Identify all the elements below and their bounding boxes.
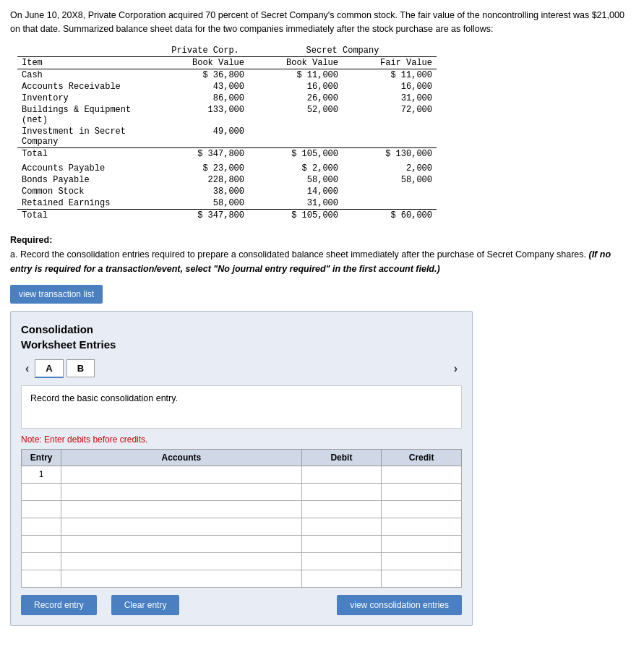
credit-input[interactable] — [386, 504, 457, 514]
prev-tab-arrow[interactable]: ‹ — [21, 361, 33, 377]
account-input[interactable] — [66, 504, 296, 514]
credit-input[interactable] — [386, 573, 457, 583]
fv-secret-val — [343, 126, 437, 148]
bv-private-val: 38,000 — [162, 186, 249, 197]
entry-number: 1 — [22, 466, 61, 483]
account-input[interactable] — [66, 521, 296, 531]
table-item: Accounts Payable — [17, 163, 162, 174]
table-item: Inventory — [17, 93, 162, 104]
debit-input-cell[interactable] — [301, 483, 382, 500]
account-input-cell[interactable] — [61, 500, 301, 518]
account-input-cell[interactable] — [61, 466, 301, 483]
table-row — [22, 483, 462, 500]
required-section: Required: a. Record the consolidation en… — [10, 233, 634, 276]
table-item: Accounts Receivable — [17, 81, 162, 93]
credit-input-cell[interactable] — [382, 518, 462, 535]
account-input-cell[interactable] — [61, 552, 301, 570]
credit-input-cell[interactable] — [382, 483, 462, 500]
debit-input-cell[interactable] — [301, 570, 382, 587]
clear-entry-button[interactable]: Clear entry — [111, 595, 180, 615]
credit-input-cell[interactable] — [382, 500, 462, 518]
balance-sheet-table: Private Corp. Secret Company Item Book V… — [10, 45, 634, 221]
required-text-a: a. Record the consolidation entries requ… — [10, 249, 588, 260]
next-tab-arrow[interactable]: › — [450, 361, 462, 376]
record-entry-button[interactable]: Record entry — [21, 595, 97, 615]
account-input-cell[interactable] — [61, 570, 301, 587]
bv-private-val: 49,000 — [162, 126, 249, 148]
table-item: Investment in Secret Company — [17, 126, 162, 148]
debit-input-cell[interactable] — [301, 552, 382, 570]
bv-secret-val: 58,000 — [249, 174, 343, 186]
debit-input[interactable] — [306, 556, 377, 566]
view-transaction-button[interactable]: view transaction list — [10, 285, 103, 304]
table-row — [22, 552, 462, 570]
account-input-cell[interactable] — [61, 535, 301, 552]
account-input-cell[interactable] — [61, 518, 301, 535]
debit-input-cell[interactable] — [301, 535, 382, 552]
debit-input[interactable] — [306, 469, 377, 479]
debit-input-cell[interactable] — [301, 518, 382, 535]
debit-input[interactable] — [306, 539, 377, 549]
credit-input[interactable] — [386, 556, 457, 566]
bv-secret-val — [249, 126, 343, 148]
bv-secret-val: $ 2,000 — [249, 163, 343, 174]
entry-number — [22, 570, 61, 587]
tab-b[interactable]: B — [66, 359, 95, 377]
bv-private-val: $ 36,800 — [162, 69, 249, 81]
debit-col-header: Debit — [301, 449, 382, 466]
worksheet-title: Consolidation Worksheet Entries — [21, 322, 462, 352]
fv-secret-val — [343, 197, 437, 210]
fv-secret-val: 58,000 — [343, 174, 437, 186]
button-row: Record entry Clear entry view consolidat… — [21, 595, 462, 615]
table-row — [22, 570, 462, 587]
credit-input[interactable] — [386, 469, 457, 479]
view-consolidation-button[interactable]: view consolidation entries — [337, 595, 462, 615]
debit-input[interactable] — [306, 504, 377, 514]
table-item: Total — [17, 147, 162, 160]
credit-input-cell[interactable] — [382, 535, 462, 552]
bv-private-header: Book Value — [162, 56, 249, 69]
credit-input-cell[interactable] — [382, 570, 462, 587]
account-input[interactable] — [66, 469, 296, 479]
credit-input[interactable] — [386, 487, 457, 497]
fv-secret-val: 16,000 — [343, 81, 437, 93]
account-input[interactable] — [66, 556, 296, 566]
bv-secret-val: 16,000 — [249, 81, 343, 93]
secret-company-header: Secret Company — [249, 45, 437, 57]
table-item: Retained Earnings — [17, 197, 162, 210]
fv-secret-val: $ 130,000 — [343, 147, 437, 160]
debit-input[interactable] — [306, 573, 377, 583]
bv-secret-val: 26,000 — [249, 93, 343, 104]
debit-input[interactable] — [306, 521, 377, 531]
bv-private-val: $ 347,800 — [162, 209, 249, 221]
credit-input-cell[interactable] — [382, 466, 462, 483]
table-item: Common Stock — [17, 186, 162, 197]
table-row — [22, 518, 462, 535]
item-col-header: Item — [17, 56, 162, 69]
entry-number — [22, 552, 61, 570]
account-input[interactable] — [66, 573, 296, 583]
credit-input[interactable] — [386, 521, 457, 531]
account-input[interactable] — [66, 487, 296, 497]
debit-input[interactable] — [306, 487, 377, 497]
bv-secret-val: $ 11,000 — [249, 69, 343, 81]
note-text: Note: Enter debits before credits. — [21, 434, 462, 445]
bv-private-val: 58,000 — [162, 197, 249, 210]
accounts-col-header: Accounts — [61, 449, 301, 466]
bv-private-val: 133,000 — [162, 104, 249, 126]
bv-private-val: $ 23,000 — [162, 163, 249, 174]
fv-secret-val: 2,000 — [343, 163, 437, 174]
credit-input-cell[interactable] — [382, 552, 462, 570]
bv-private-val: 43,000 — [162, 81, 249, 93]
table-row — [22, 535, 462, 552]
debit-input-cell[interactable] — [301, 466, 382, 483]
debit-input-cell[interactable] — [301, 500, 382, 518]
account-input[interactable] — [66, 539, 296, 549]
fv-secret-header: Fair Value — [343, 56, 437, 69]
credit-input[interactable] — [386, 539, 457, 549]
entry-description-box: Record the basic consolidation entry. — [21, 385, 462, 429]
tab-a[interactable]: A — [35, 359, 63, 378]
account-input-cell[interactable] — [61, 483, 301, 500]
table-row: 1 — [22, 466, 462, 483]
entry-number — [22, 500, 61, 518]
